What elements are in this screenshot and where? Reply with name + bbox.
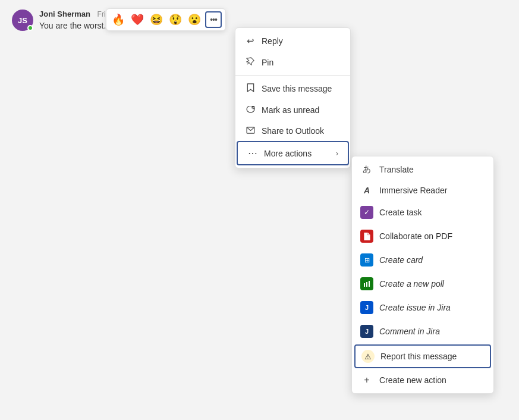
svg-line-0 (247, 63, 249, 65)
create-poll-label: Create a new poll (379, 279, 444, 289)
create-jira-issue-icon: J (360, 301, 373, 314)
chat-area: JS Joni Sherman Frid You are the worst. … (0, 0, 519, 420)
avatar: JS (12, 10, 33, 31)
chevron-right-icon: › (336, 149, 338, 158)
emoji-surprised-btn[interactable]: 😲 (167, 13, 184, 26)
create-card-label: Create card (379, 255, 423, 265)
reaction-bar: 🔥 ❤️ 😆 😲 😮 ••• (106, 8, 226, 31)
context-menu-reply[interactable]: ↩ Reply (235, 30, 350, 52)
comment-jira-icon: J (360, 325, 373, 338)
pin-icon (245, 57, 256, 67)
submenu-create-action[interactable]: + Create new action (352, 369, 493, 391)
create-card-icon: ⊞ (360, 253, 373, 267)
share-outlook-icon (245, 126, 256, 136)
save-icon (245, 83, 256, 94)
collaborate-pdf-label: Collaborate on PDF (379, 231, 452, 241)
context-menu-mark-unread[interactable]: Mark as unread (235, 99, 350, 120)
comment-jira-label: Comment in Jira (379, 327, 440, 336)
emoji-heart-btn[interactable]: ❤️ (129, 13, 146, 26)
svg-rect-4 (364, 283, 365, 287)
mark-unread-icon (245, 105, 256, 115)
sub-menu-scroll[interactable]: あ Translate A Immersive Reader ✓ Create … (352, 159, 493, 391)
immersive-reader-label: Immersive Reader (379, 186, 447, 195)
emoji-add-reaction-btn[interactable]: 😮 (186, 13, 203, 26)
context-menu-more-actions[interactable]: ⋯ More actions › (237, 141, 349, 165)
save-label: Save this message (262, 84, 341, 93)
submenu-comment-jira[interactable]: J Comment in Jira (352, 319, 493, 343)
sub-menu: あ Translate A Immersive Reader ✓ Create … (351, 156, 494, 394)
more-actions-btn[interactable]: ••• (205, 11, 222, 28)
emoji-laugh-btn[interactable]: 😆 (148, 13, 165, 26)
report-message-label: Report this message (380, 352, 457, 361)
create-action-label: Create new action (379, 375, 446, 385)
context-menu-save[interactable]: Save this message (235, 78, 350, 99)
create-jira-issue-label: Create issue in Jira (379, 303, 451, 312)
reply-label: Reply (262, 36, 341, 46)
create-action-icon: + (360, 375, 373, 385)
create-task-label: Create task (379, 208, 422, 217)
share-outlook-label: Share to Outlook (262, 126, 341, 136)
online-status-indicator (27, 25, 33, 31)
more-actions-icon: ⋯ (247, 148, 258, 159)
context-menu-share-outlook[interactable]: Share to Outlook (235, 120, 350, 141)
context-menu: ↩ Reply Pin Save this message (235, 27, 351, 168)
sender-name: Joni Sherman (39, 10, 90, 18)
submenu-create-card[interactable]: ⊞ Create card (352, 248, 493, 272)
translate-label: Translate (379, 165, 414, 174)
emoji-fire-btn[interactable]: 🔥 (110, 13, 127, 26)
submenu-immersive-reader[interactable]: A Immersive Reader (352, 180, 493, 200)
create-task-icon: ✓ (360, 206, 373, 219)
menu-divider-1 (235, 75, 350, 76)
context-menu-pin[interactable]: Pin (235, 52, 350, 73)
immersive-reader-icon: A (360, 186, 373, 195)
pin-label: Pin (262, 58, 341, 67)
submenu-create-jira-issue[interactable]: J Create issue in Jira (352, 296, 493, 319)
submenu-collaborate-pdf[interactable]: Collaborate on PDF (352, 224, 493, 248)
reply-icon: ↩ (245, 36, 256, 46)
submenu-create-task[interactable]: ✓ Create task (352, 200, 493, 224)
submenu-translate[interactable]: あ Translate (352, 159, 493, 180)
svg-rect-5 (366, 282, 367, 287)
svg-rect-6 (369, 281, 370, 287)
more-actions-label: More actions (264, 149, 330, 158)
collaborate-pdf-icon (360, 230, 373, 243)
submenu-report-message[interactable]: ⚠ Report this message (354, 344, 491, 368)
mark-unread-label: Mark as unread (262, 105, 341, 115)
submenu-create-poll[interactable]: Create a new poll (352, 272, 493, 296)
create-poll-icon (360, 277, 373, 290)
translate-icon: あ (360, 164, 373, 175)
report-message-icon: ⚠ (361, 350, 375, 363)
